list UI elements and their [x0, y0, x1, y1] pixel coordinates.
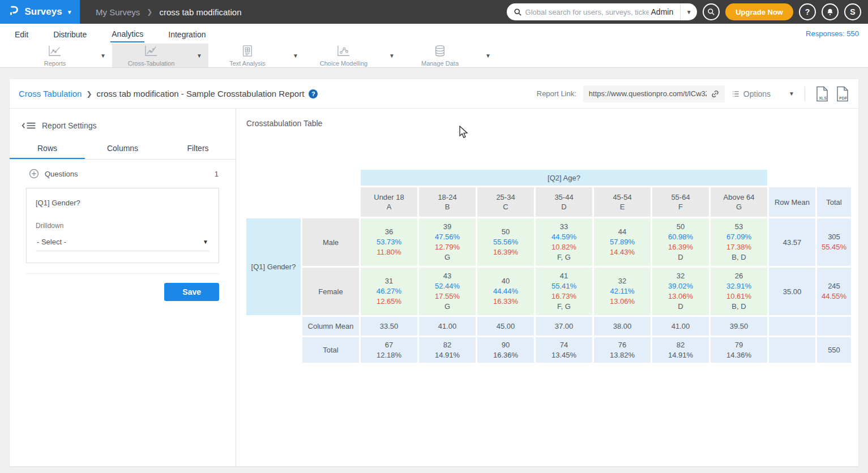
data-cell: 4044.44%16.33%: [477, 268, 534, 315]
column-mean-label: Column Mean: [302, 317, 359, 336]
report-link-field[interactable]: https://www.questionpro.com/t/lCw3Zc: [583, 85, 725, 102]
toolbar-group-text-analysis: Text Analysis ▼: [208, 44, 305, 67]
options-label: Options: [743, 89, 771, 98]
data-cell: 4352.44%17.55%G: [419, 268, 476, 315]
choice-modelling-dropdown[interactable]: ▼: [383, 44, 401, 67]
cross-tabulation-dropdown[interactable]: ▼: [190, 44, 208, 67]
search-submit-button[interactable]: [703, 3, 720, 20]
cell-count: 39: [420, 222, 474, 232]
data-cell: 5055.56%16.39%: [477, 218, 534, 266]
account-avatar[interactable]: S: [844, 3, 861, 20]
significance-letters: G: [420, 302, 474, 312]
report-settings-panel: Report Settings Rows Columns Filters Que…: [10, 109, 236, 466]
column-mean-cell: 39.50: [711, 317, 767, 336]
significance-letters: B, D: [712, 252, 766, 263]
column-header: Under 18A: [361, 187, 417, 217]
reports-dropdown[interactable]: ▼: [94, 44, 112, 67]
toolbar-item-cross-tabulation[interactable]: Cross-Tabulation: [112, 44, 190, 67]
column-header: 55-64F: [652, 187, 709, 217]
breadcrumb-cross-tabulation-link[interactable]: Cross Tabulation: [19, 89, 82, 98]
cell-count: 16.36%: [478, 350, 533, 360]
tab-edit[interactable]: Edit: [14, 26, 29, 42]
options-dropdown[interactable]: ▼: [789, 91, 794, 97]
spacer: [246, 317, 301, 336]
save-button[interactable]: Save: [164, 283, 219, 301]
drilldown-select[interactable]: - Select - ▼: [36, 235, 209, 251]
column-label: 55-64: [653, 192, 708, 202]
settings-tabs: Rows Columns Filters: [10, 138, 236, 160]
manage-data-database-icon: [434, 45, 446, 59]
column-percent: 13.06%: [595, 296, 649, 307]
tab-distribute[interactable]: Distribute: [52, 26, 88, 42]
tab-filters[interactable]: Filters: [160, 138, 236, 159]
toolbar-item-choice-modelling[interactable]: Choice Modelling: [305, 44, 383, 67]
row-percent: 67.09%: [712, 232, 766, 242]
significance-letters: D: [653, 252, 708, 263]
notifications-button[interactable]: [822, 3, 839, 20]
row-label: Female: [302, 268, 359, 315]
app-logo-menu[interactable]: Surveys ▼: [0, 0, 80, 24]
toolbar-label: Manage Data: [421, 60, 459, 67]
search-scope-dropdown[interactable]: ▼: [680, 3, 697, 20]
total-row-label: Total: [302, 337, 359, 363]
row-total-cell: 30555.45%: [817, 218, 851, 266]
tab-columns[interactable]: Columns: [85, 138, 160, 159]
column-mean-cell: 41.00: [652, 317, 709, 336]
column-percent: 10.61%: [712, 291, 766, 302]
export-pdf-button[interactable]: PDF: [836, 86, 849, 102]
breadcrumb-my-surveys[interactable]: My Surveys: [96, 7, 140, 17]
collapse-panel-icon[interactable]: [22, 121, 36, 130]
data-cell: 3947.56%12.79%G: [419, 218, 476, 266]
choice-modelling-scatter-icon: [336, 45, 351, 59]
spacer: [817, 170, 851, 186]
help-question-icon: ?: [805, 7, 810, 16]
manage-data-dropdown[interactable]: ▼: [479, 44, 497, 67]
report-header-actions: Report Link: https://www.questionpro.com…: [537, 85, 849, 102]
data-cell: 4457.89%14.43%: [594, 218, 651, 266]
row-mean-header: Row Mean: [769, 187, 815, 217]
report-help-icon[interactable]: ?: [309, 89, 318, 98]
toolbar-item-reports[interactable]: Reports: [16, 44, 94, 67]
cell-count: 53: [712, 222, 766, 232]
text-analysis-dropdown[interactable]: ▼: [287, 44, 305, 67]
report-settings-title: Report Settings: [42, 121, 97, 130]
cell-count: 12.18%: [362, 350, 416, 360]
tab-integration[interactable]: Integration: [167, 26, 207, 42]
column-letter: D: [537, 202, 591, 212]
toolbar-item-text-analysis[interactable]: Text Analysis: [208, 44, 287, 67]
column-header: Above 64G: [711, 187, 767, 217]
report-card-header: Cross Tabulation ❯ cross tab modificatio…: [10, 79, 858, 109]
row-mean-cell: 43.57: [769, 218, 815, 266]
cell-count: 74: [537, 340, 591, 350]
data-cell: 4155.41%16.73%F, G: [536, 268, 592, 315]
toolbar-label: Cross-Tabulation: [128, 60, 175, 67]
cell-count: 50: [478, 227, 533, 237]
report-link-url[interactable]: https://www.questionpro.com/t/lCw3Zc: [589, 89, 707, 98]
column-percent: 17.55%: [420, 291, 474, 302]
help-button[interactable]: ?: [799, 3, 816, 20]
spacer: [246, 337, 301, 363]
spacer: [246, 170, 359, 186]
row-percent: 53.73%: [362, 237, 416, 247]
column-label: Under 18: [362, 192, 416, 202]
data-cell: 3146.27%12.65%: [361, 268, 417, 315]
avatar-initial: S: [850, 7, 855, 16]
reports-chart-icon: [48, 45, 62, 59]
cell-count: 50: [653, 222, 708, 232]
tab-analytics[interactable]: Analytics: [110, 25, 144, 42]
column-label: 18-24: [420, 192, 474, 202]
cell-count: 41: [537, 271, 591, 281]
row-percent: 55.56%: [478, 237, 533, 247]
crosstab-table-wrap: [Q2] Age?Under 18A18-24B25-34C35-44D45-5…: [245, 168, 853, 364]
spacer: [769, 170, 815, 186]
export-xls-button[interactable]: XLS: [815, 86, 829, 102]
options-button[interactable]: Options ▼: [732, 89, 794, 98]
link-chain-icon[interactable]: [710, 89, 720, 99]
tab-rows[interactable]: Rows: [10, 138, 85, 159]
data-cell: 5060.98%16.39%D: [652, 218, 709, 266]
add-question-icon[interactable]: [29, 169, 39, 179]
column-percent: 16.73%: [537, 291, 591, 302]
upgrade-now-button[interactable]: Upgrade Now: [725, 3, 793, 20]
toolbar-item-manage-data[interactable]: Manage Data: [401, 44, 479, 67]
search-input[interactable]: [525, 8, 649, 16]
